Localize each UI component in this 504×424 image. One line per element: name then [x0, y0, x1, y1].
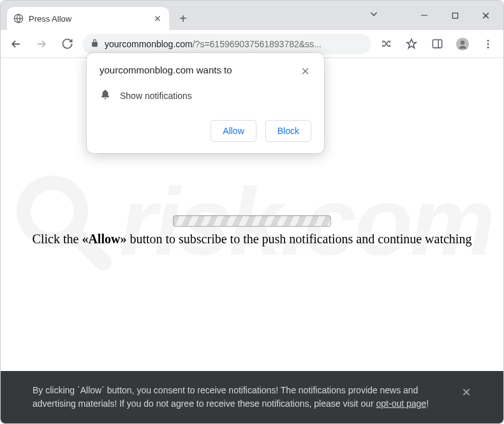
reload-button[interactable]: [57, 34, 77, 54]
magnifier-icon: [11, 170, 114, 273]
svg-rect-2: [452, 13, 457, 18]
star-icon[interactable]: [401, 34, 422, 54]
opt-out-link[interactable]: opt-out page: [376, 398, 427, 409]
titlebar: Press Allow +: [1, 1, 503, 30]
consent-banner: By clicking `Allow` button, you consent …: [1, 371, 503, 423]
svg-point-9: [487, 46, 489, 48]
close-window-button[interactable]: [471, 6, 500, 25]
allow-button[interactable]: Allow: [211, 120, 256, 142]
tab-close-icon[interactable]: [152, 13, 163, 24]
window-controls: [410, 6, 500, 25]
browser-tab[interactable]: Press Allow: [7, 7, 169, 30]
side-panel-icon[interactable]: [427, 34, 447, 54]
consent-close-icon[interactable]: [461, 384, 471, 411]
bell-icon: [100, 89, 111, 102]
share-icon[interactable]: [376, 34, 396, 54]
globe-icon: [13, 13, 24, 24]
lock-icon: [90, 38, 100, 50]
block-button[interactable]: Block: [265, 120, 311, 142]
svg-rect-3: [433, 40, 441, 48]
back-button[interactable]: [6, 34, 26, 54]
tab-title: Press Allow: [29, 14, 147, 24]
url-text: yourcommonblog.com/?s=615969037561893782…: [105, 39, 322, 49]
loading-bar: [173, 215, 331, 227]
new-tab-button[interactable]: +: [174, 10, 192, 27]
svg-point-8: [487, 43, 489, 45]
consent-text: By clicking `Allow` button, you consent …: [33, 384, 442, 411]
instruction-text: Click the «Allow» button to subscribe to…: [1, 232, 503, 246]
minimize-button[interactable]: [410, 6, 438, 25]
permission-prompt-text: yourcommonblog.com wants to: [100, 64, 232, 75]
svg-point-6: [461, 40, 464, 44]
close-icon[interactable]: [299, 64, 311, 77]
svg-point-7: [487, 40, 489, 42]
permission-capability-text: Show notifications: [120, 91, 192, 101]
forward-button: [31, 34, 52, 54]
maximize-button[interactable]: [441, 6, 469, 25]
notification-permission-dialog: yourcommonblog.com wants to Show notific…: [87, 53, 324, 153]
chevron-down-icon[interactable]: [368, 8, 380, 22]
menu-icon[interactable]: [478, 34, 498, 54]
profile-icon[interactable]: [452, 34, 473, 54]
address-bar[interactable]: yourcommonblog.com/?s=615969037561893782…: [82, 34, 371, 54]
